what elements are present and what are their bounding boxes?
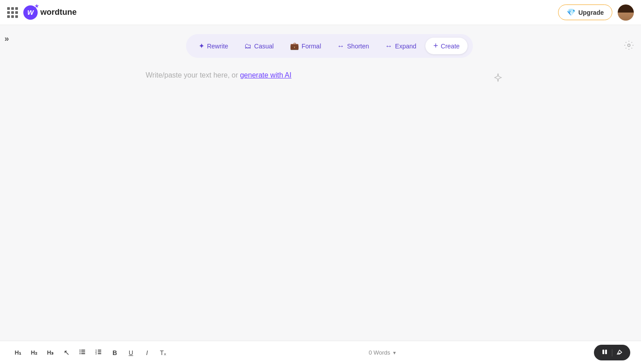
sparkle-icon[interactable]: [492, 71, 504, 84]
shorten-icon: ↔: [337, 42, 344, 50]
rewrite-icon: ✦: [199, 42, 204, 50]
sidebar-toggle-button[interactable]: »: [4, 34, 9, 43]
formatting-toolbar: ✦ Rewrite 🗂 Casual 💼 Formal ↔ Shorten ↔ …: [186, 34, 473, 58]
dark-btn-divider: [612, 349, 612, 356]
svg-rect-1: [81, 350, 85, 351]
italic-button[interactable]: I: [140, 346, 154, 360]
cursor-icon: ↖: [64, 348, 69, 357]
heading3-button[interactable]: H₃: [43, 346, 57, 360]
top-navigation: wordtune 💎 Upgrade: [0, 0, 641, 25]
topnav-left: wordtune: [7, 5, 77, 20]
underline-button[interactable]: U: [124, 346, 138, 360]
wordtune-logo[interactable]: wordtune: [23, 5, 77, 20]
logo-text: wordtune: [40, 8, 77, 17]
clear-format-button[interactable]: Tₓ: [156, 346, 170, 360]
numbered-list-icon: 1 2 3: [95, 348, 102, 357]
create-plus-icon: +: [433, 41, 438, 51]
formal-icon: 💼: [290, 42, 299, 50]
eraser-icon: [616, 348, 623, 357]
svg-rect-9: [98, 353, 101, 354]
shorten-button[interactable]: ↔ Shorten: [330, 39, 376, 54]
word-count[interactable]: 0 Words ▾: [368, 349, 395, 356]
svg-point-5: [79, 351, 80, 352]
svg-rect-3: [81, 353, 85, 354]
cursor-mode-button[interactable]: ↖: [59, 346, 74, 360]
editor-textarea[interactable]: [146, 67, 513, 291]
rewrite-button[interactable]: ✦ Rewrite: [191, 38, 235, 54]
svg-rect-2: [81, 351, 85, 352]
casual-icon: 🗂: [244, 42, 251, 50]
numbered-list-button[interactable]: 1 2 3: [91, 346, 106, 360]
formal-label: Formal: [302, 43, 321, 50]
expand-icon: ↔: [385, 42, 392, 50]
logo-icon: [23, 5, 38, 20]
heading2-button[interactable]: H₂: [27, 346, 41, 360]
content-box: Write/paste your text here, or generate …: [146, 67, 513, 364]
create-label: Create: [441, 43, 459, 50]
bullet-list-icon: [79, 348, 86, 357]
editor-area: ✦ Rewrite 🗂 Casual 💼 Formal ↔ Shorten ↔ …: [0, 25, 641, 364]
pause-icon: [601, 348, 608, 357]
formal-button[interactable]: 💼 Formal: [283, 38, 329, 54]
svg-text:3: 3: [95, 353, 97, 355]
shorten-label: Shorten: [347, 43, 369, 50]
user-avatar[interactable]: [618, 4, 634, 21]
bottom-right-actions: [594, 345, 630, 360]
casual-label: Casual: [254, 43, 274, 50]
casual-button[interactable]: 🗂 Casual: [237, 39, 281, 54]
bottom-toolbar: H₁ H₂ H₃ ↖: [0, 341, 641, 364]
topnav-right: 💎 Upgrade: [558, 4, 634, 21]
svg-point-0: [628, 44, 630, 47]
bullet-list-button[interactable]: [75, 346, 90, 360]
gem-icon: 💎: [567, 8, 576, 17]
lightbulb-button[interactable]: [624, 40, 634, 52]
svg-rect-14: [605, 350, 607, 354]
main-content: » ✦ Rewrite 🗂 Casual 💼 Formal ↔ Shorten …: [0, 25, 641, 364]
format-tools: H₁ H₂ H₃ ↖: [11, 346, 170, 360]
svg-point-6: [79, 353, 80, 354]
expand-button[interactable]: ↔ Expand: [378, 39, 423, 54]
word-count-chevron: ▾: [393, 350, 396, 356]
upgrade-button[interactable]: 💎 Upgrade: [558, 4, 612, 20]
ai-actions-button[interactable]: [594, 345, 630, 360]
svg-point-4: [79, 350, 80, 351]
word-count-label: 0 Words: [368, 349, 390, 356]
avatar-image: [618, 4, 634, 21]
svg-rect-7: [98, 350, 101, 351]
heading1-button[interactable]: H₁: [11, 346, 25, 360]
apps-grid-icon[interactable]: [7, 7, 18, 18]
svg-rect-13: [602, 350, 604, 354]
rewrite-label: Rewrite: [207, 43, 228, 50]
upgrade-label: Upgrade: [578, 9, 604, 16]
create-button[interactable]: + Create: [425, 38, 468, 54]
bold-button[interactable]: B: [108, 346, 122, 360]
expand-label: Expand: [395, 43, 416, 50]
svg-rect-8: [98, 351, 101, 352]
